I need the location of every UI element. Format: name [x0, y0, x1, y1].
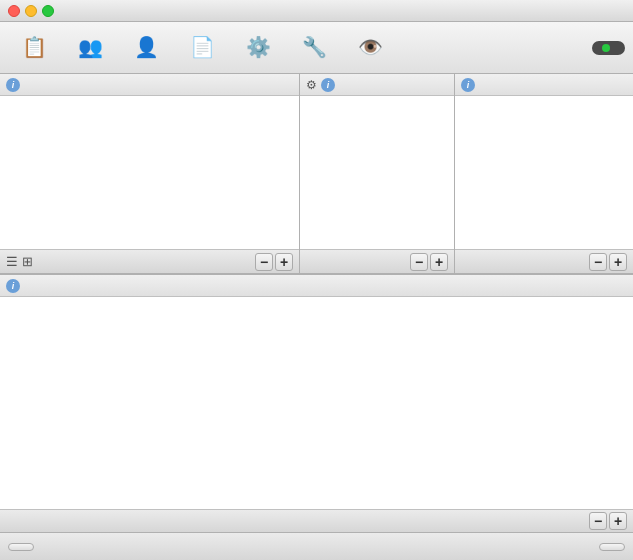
runtime-rules-button[interactable] [599, 543, 625, 551]
apps-add-button[interactable]: + [275, 253, 293, 271]
grid-view-button[interactable]: ⊞ [22, 254, 33, 269]
groups-add-button[interactable]: + [609, 253, 627, 271]
rules-controls: − + [0, 509, 633, 532]
folders-add-remove: − + [410, 253, 448, 271]
folders-gear-icon[interactable]: ⚙ [306, 78, 317, 92]
groups-add-remove: − + [589, 253, 627, 271]
toolbar: 📋 👥 👤 📄 ⚙️ 🔧 👁️ [0, 22, 633, 74]
presets-button[interactable]: ⚙️ [232, 26, 284, 70]
folders-add-button[interactable]: + [430, 253, 448, 271]
toolbar-buttons: 📋 👥 👤 📄 ⚙️ 🔧 👁️ [8, 26, 396, 70]
close-button[interactable] [8, 5, 20, 17]
rules-icon: 📋 [22, 35, 47, 59]
preferences-icon: 🔧 [302, 35, 327, 59]
folders-panel: ⚙ i − + [300, 74, 455, 273]
apps-view-controls: ☰ ⊞ [6, 254, 33, 269]
groups-remove-button[interactable]: − [589, 253, 607, 271]
firewall-status-badge [592, 41, 625, 55]
minimize-button[interactable] [25, 5, 37, 17]
apps-panel-header: i [0, 74, 299, 96]
users-icon: 👤 [134, 35, 159, 59]
maximize-button[interactable] [42, 5, 54, 17]
groups-icon: 👥 [78, 35, 103, 59]
assistant-button[interactable]: 👁️ [344, 26, 396, 70]
groups-list [455, 96, 633, 249]
show-simulator-button[interactable] [8, 543, 34, 551]
users-button[interactable]: 👤 [120, 26, 172, 70]
folders-remove-button[interactable]: − [410, 253, 428, 271]
apps-info-icon[interactable]: i [6, 78, 20, 92]
list-view-button[interactable]: ☰ [6, 254, 18, 269]
folders-panel-controls: − + [300, 249, 454, 273]
assistant-icon: 👁️ [358, 35, 383, 59]
rules-info-icon[interactable]: i [6, 279, 20, 293]
main-content: i ☰ ⊞ − + ⚙ i [0, 74, 633, 532]
title-bar [0, 0, 633, 22]
apps-add-remove: − + [255, 253, 293, 271]
groups-button[interactable]: 👥 [64, 26, 116, 70]
logs-button[interactable]: 📄 [176, 26, 228, 70]
folders-list [300, 96, 454, 249]
bottom-bar [0, 532, 633, 560]
apps-panel-controls: ☰ ⊞ − + [0, 249, 299, 273]
traffic-lights [8, 5, 54, 17]
rules-remove-button[interactable]: − [589, 512, 607, 530]
folders-panel-header: ⚙ i [300, 74, 454, 96]
apps-panel: i ☰ ⊞ − + [0, 74, 300, 273]
groups-panel-header: i [455, 74, 633, 96]
groups-panel-controls: − + [455, 249, 633, 273]
toolbar-right [592, 41, 625, 55]
groups-info-icon[interactable]: i [461, 78, 475, 92]
status-dot [602, 44, 610, 52]
rules-button[interactable]: 📋 [8, 26, 60, 70]
logs-icon: 📄 [190, 35, 215, 59]
top-panels: i ☰ ⊞ − + ⚙ i [0, 74, 633, 274]
firewall-rules-section: i − + [0, 274, 633, 532]
rules-header: i [0, 275, 633, 297]
preferences-button[interactable]: 🔧 [288, 26, 340, 70]
apps-remove-button[interactable]: − [255, 253, 273, 271]
apps-grid [0, 96, 299, 249]
groups-panel: i − + [455, 74, 633, 273]
rules-add-button[interactable]: + [609, 512, 627, 530]
folders-info-icon[interactable]: i [321, 78, 335, 92]
rules-list [0, 297, 633, 509]
presets-icon: ⚙️ [246, 35, 271, 59]
